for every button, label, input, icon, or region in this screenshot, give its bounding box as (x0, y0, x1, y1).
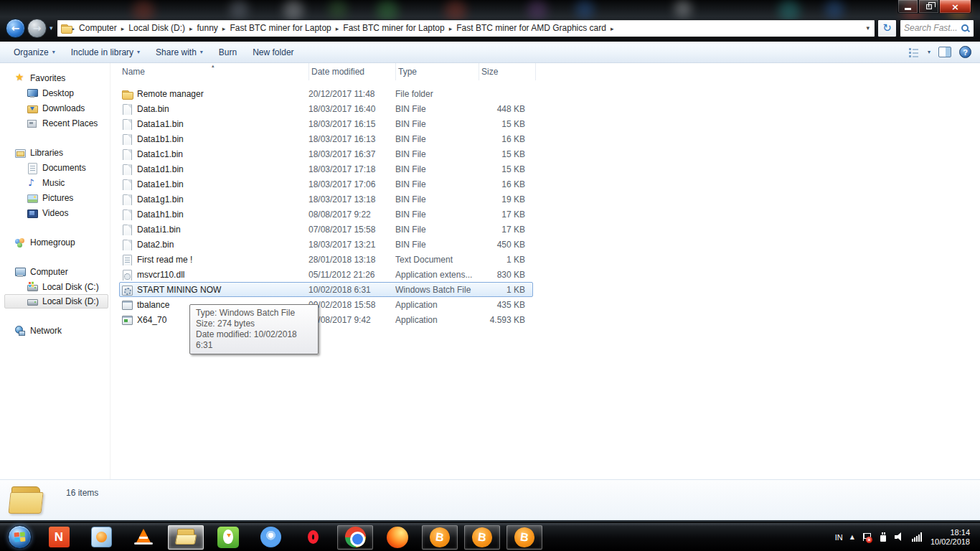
breadcrumb-segment-fast-btc-miner-for-laptop[interactable]: Fast BTC miner for Laptop (225, 23, 335, 33)
sidebar-item-downloads[interactable]: Downloads (0, 100, 110, 116)
sidebar-section-network[interactable]: Network (0, 323, 110, 338)
taskbar-button-vlc[interactable] (126, 525, 161, 550)
toolbar-button-organize[interactable]: Organize▾ (6, 44, 63, 60)
language-indicator[interactable]: IN (835, 533, 843, 542)
bitcoin-icon: B (513, 526, 536, 549)
column-header-date-modified[interactable]: Date modified (309, 63, 396, 80)
breadcrumb-segment-fast-btc-miner-for-amd-graphics-card[interactable]: Fast BTC miner for AMD Graphics card (452, 23, 611, 33)
change-view-icon[interactable] (908, 47, 920, 57)
taskbar-button-windows-media-player[interactable] (83, 525, 119, 550)
sidebar-section-libraries[interactable]: Libraries (0, 145, 110, 160)
file-type: BIN File (395, 240, 479, 250)
homegroup-icon (14, 237, 26, 248)
restore-button[interactable] (918, 0, 939, 14)
taskbar-button-chrome[interactable] (337, 525, 373, 550)
system-tray: IN ▲ × 18:14 10/02/2018 (835, 528, 976, 547)
address-bar[interactable]: ▸Computer▸Local Disk (D:)▸funny▸Fast BTC… (57, 19, 875, 37)
file-name-cell: Data1c1.bin (120, 149, 308, 160)
file-date-modified: 18/03/2017 13:18 (308, 194, 395, 204)
clock[interactable]: 18:14 10/02/2018 (930, 528, 970, 547)
recent-pages-dropdown-icon[interactable]: ▾ (50, 24, 53, 32)
preview-pane-icon[interactable] (938, 47, 951, 57)
disk-c-icon (27, 281, 38, 293)
file-row-data1a1-bin[interactable]: Data1a1.bin18/03/2017 16:15BIN File15 KB (119, 116, 533, 131)
sidebar-item-label: Desktop (42, 88, 74, 98)
file-row-first-read-me[interactable]: First read me !28/01/2018 13:18Text Docu… (119, 252, 533, 267)
address-dropdown-icon[interactable]: ▾ (866, 24, 870, 32)
taskbar-button-chromium[interactable] (253, 525, 288, 550)
hidden-icons-arrow[interactable]: ▲ (850, 534, 854, 540)
file-row-data-bin[interactable]: Data.bin18/03/2017 16:40BIN File448 KB (119, 101, 533, 116)
file-type: BIN File (395, 225, 479, 235)
refresh-button[interactable]: ↻ (877, 19, 897, 37)
file-row-data1g1-bin[interactable]: Data1g1.bin18/03/2017 13:18BIN File19 KB (119, 192, 533, 207)
taskbar-button-nitro-pdf[interactable]: N (41, 525, 77, 550)
breadcrumb-separator-icon: ▸ (611, 25, 614, 32)
network-signal-icon[interactable] (912, 532, 922, 542)
file-row-tbalance[interactable]: tbalance09/02/2018 15:58Application435 K… (119, 297, 533, 312)
speaker-icon[interactable] (895, 532, 905, 542)
action-center-flag-icon[interactable]: × (862, 532, 872, 542)
file-row-data1h1-bin[interactable]: Data1h1.bin08/08/2017 9:22BIN File17 KB (119, 207, 533, 222)
toolbar-button-new-folder[interactable]: New folder (245, 44, 301, 60)
sidebar-section-favorites[interactable]: Favorites (0, 70, 110, 85)
file-type: BIN File (395, 209, 479, 220)
file-row-data1e1-bin[interactable]: Data1e1.bin18/03/2017 17:06BIN File16 KB (119, 176, 533, 192)
toolbar-button-include-in-library[interactable]: Include in library▾ (63, 44, 148, 60)
minimize-button[interactable] (897, 0, 918, 14)
sidebar-item-videos[interactable]: Videos (0, 205, 110, 220)
taskbar-button-bitcoin-miner-2[interactable]: B (464, 525, 500, 550)
file-name: START MINING NOW (137, 285, 221, 295)
column-header-name[interactable]: Name (120, 63, 309, 80)
tooltip-date-line: Date modified: 10/02/2018 6:31 (196, 329, 312, 351)
breadcrumb-segment-computer[interactable]: Computer (75, 23, 121, 33)
taskbar-button-firefox[interactable] (380, 525, 415, 550)
sidebar-item-local-disk-d[interactable]: Local Disk (D:) (4, 294, 108, 309)
help-icon[interactable]: ? (959, 46, 971, 58)
file-row-data1b1-bin[interactable]: Data1b1.bin18/03/2017 16:13BIN File16 KB (119, 131, 533, 146)
file-row-x64-70[interactable]: X64_7009/08/2017 9:42Application4.593 KB (119, 312, 533, 327)
breadcrumb: ▸Computer▸Local Disk (D:)▸funny▸Fast BTC… (60, 22, 614, 34)
column-header-type[interactable]: Type (396, 63, 479, 80)
forward-button[interactable]: → (27, 19, 47, 38)
file-row-data2-bin[interactable]: Data2.bin18/03/2017 13:21BIN File450 KB (119, 237, 533, 252)
file-row-start-mining-now[interactable]: START MINING NOW10/02/2018 6:31Windows B… (119, 282, 533, 297)
sidebar-item-local-disk-c[interactable]: Local Disk (C:) (0, 279, 110, 294)
file-name-cell: Data1a1.bin (120, 118, 308, 130)
folder-icon (121, 88, 133, 100)
close-button[interactable]: × (939, 0, 971, 14)
desktop-icon-glimpse (230, 0, 248, 19)
file-row-data1c1-bin[interactable]: Data1c1.bin18/03/2017 16:37BIN File15 KB (119, 146, 533, 161)
file-row-data1i1-bin[interactable]: Data1i1.bin07/08/2017 15:58BIN File17 KB (119, 222, 533, 237)
taskbar-button-bitcoin-miner-1[interactable]: B (422, 525, 458, 550)
sidebar-item-music[interactable]: Music (0, 175, 110, 190)
taskbar-button-bitcoin-miner-3[interactable]: B (507, 525, 542, 550)
file-row-data1d1-bin[interactable]: Data1d1.bin18/03/2017 17:18BIN File15 KB (119, 161, 533, 176)
sidebar-section-computer[interactable]: Computer (0, 264, 110, 279)
taskbar-button-puffin-browser[interactable] (210, 525, 246, 550)
search-input[interactable] (904, 23, 958, 33)
sidebar-section-label: Homegroup (30, 237, 75, 248)
toolbar-button-burn[interactable]: Burn (211, 44, 245, 60)
taskbar-button-windows-explorer[interactable] (168, 525, 204, 550)
breadcrumb-segment-fast-btc-miner-for-laptop[interactable]: Fast BTC miner for Laptop (339, 23, 448, 33)
sidebar-item-pictures[interactable]: Pictures (0, 190, 110, 205)
power-plug-icon[interactable] (879, 532, 887, 542)
breadcrumb-segment-funny[interactable]: funny (193, 23, 222, 33)
file-size: 15 KB (479, 164, 529, 174)
sidebar-section-homegroup[interactable]: Homegroup (0, 235, 110, 250)
windows-start-icon (8, 525, 32, 549)
file-row-msvcr110-dll[interactable]: msvcr110.dll05/11/2012 21:26Application … (119, 267, 533, 282)
taskbar-button-opera[interactable] (295, 525, 331, 550)
breadcrumb-segment-local-disk-d[interactable]: Local Disk (D:) (124, 23, 189, 33)
taskbar-button-start[interactable] (4, 525, 34, 550)
column-header-size[interactable]: Size (479, 63, 536, 80)
sidebar-item-recent-places[interactable]: Recent Places (0, 116, 110, 131)
chevron-down-icon[interactable]: ▾ (928, 49, 930, 55)
toolbar-button-share-with[interactable]: Share with▾ (148, 44, 211, 60)
sidebar-item-desktop[interactable]: Desktop (0, 85, 110, 100)
sidebar-item-documents[interactable]: Documents (0, 160, 110, 175)
file-row-remote-manager[interactable]: Remote manager20/12/2017 11:48File folde… (119, 86, 533, 101)
bin-file-icon (121, 164, 133, 175)
back-button[interactable]: ← (6, 19, 25, 38)
